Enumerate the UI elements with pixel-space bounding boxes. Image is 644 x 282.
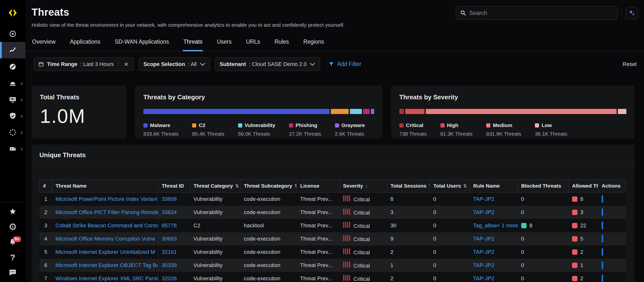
filter-bar: Time Range: Last 3 Hours Scope Selection… (26, 52, 644, 71)
bar-segment-malware[interactable] (144, 109, 330, 114)
actions-grid-icon[interactable] (602, 248, 603, 256)
legend-swatch (192, 123, 196, 127)
cell-rule-name: TAP-JP2 (470, 259, 518, 272)
actions-grid-icon[interactable] (602, 261, 603, 269)
col-header-total-users[interactable]: Total Users⇅ (430, 180, 470, 193)
col-header-threat-name[interactable]: Threat Name (52, 180, 158, 193)
bar-segment-medium[interactable] (426, 109, 616, 114)
threat-id-link[interactable]: 32161 (162, 249, 177, 255)
time-range-filter-chip[interactable]: Time Range: Last 3 Hours (34, 57, 134, 71)
threat-id-link[interactable]: 30339 (162, 262, 177, 268)
tab-threats[interactable]: Threats (183, 35, 203, 51)
sidebar-item-command-center[interactable] (0, 26, 26, 42)
rule-name-link[interactable]: Tag_allow (473, 222, 497, 229)
actions-grid-icon[interactable] (602, 222, 603, 229)
sidebar-item-favorites[interactable] (0, 204, 26, 219)
app-logo[interactable] (0, 0, 26, 26)
sort-icon[interactable]: ⇅ (429, 183, 430, 189)
sidebar-item-security[interactable]: › (0, 108, 26, 124)
sidebar-item-notifications[interactable]: 9+ (0, 234, 26, 250)
sidebar-item-incidents[interactable]: › (0, 75, 26, 91)
cell-severity: Critical (340, 259, 387, 272)
rule-name-link[interactable]: TAP-JP2 (473, 262, 494, 268)
threat-name-link[interactable]: Windows Internet Explorer XML SRC Parsin (56, 275, 158, 281)
sidebar-item-insights[interactable] (0, 42, 26, 58)
bar-segment-grayware[interactable] (371, 109, 374, 114)
add-filter-button[interactable]: Add Filter (328, 61, 361, 67)
sidebar-item-help[interactable]: ? (0, 250, 26, 265)
bar-segment-low[interactable] (618, 109, 626, 114)
legend-swatch (144, 123, 148, 127)
search-box[interactable] (456, 6, 618, 20)
sidebar-item-dashboards[interactable] (0, 58, 26, 75)
sidebar-item-objects[interactable]: › (0, 124, 26, 140)
rule-name-link[interactable]: TAP-JP2 (473, 196, 494, 202)
tab-users[interactable]: Users (216, 35, 232, 51)
threat-id-link[interactable]: 32026 (162, 275, 177, 281)
threat-id-link[interactable]: 33624 (162, 209, 177, 215)
allowed-threat-badge (572, 223, 578, 228)
sidebar-item-settings[interactable]: ⚙ (0, 219, 26, 234)
tab-sdwan-applications[interactable]: SD-WAN Applications (114, 35, 170, 51)
tab-overview[interactable]: Overview (32, 35, 56, 51)
add-filter-label: Add Filter (337, 61, 361, 67)
ai-assistant-button[interactable] (626, 7, 638, 19)
bar-segment-c2[interactable] (331, 109, 349, 114)
sidebar-item-manage[interactable]: › (0, 140, 26, 157)
bar-segment-critical[interactable] (399, 109, 404, 114)
filter-value: : Last 3 Hours (80, 61, 114, 67)
sidebar-item-feedback[interactable] (0, 265, 26, 280)
tab-regions[interactable]: Regions (303, 35, 324, 51)
col-header-severity[interactable]: Severity↓ (340, 180, 387, 193)
col-header-license[interactable]: License (297, 180, 340, 193)
subtenant-filter-chip[interactable]: Subtenant: Cloud SASE Demo 2.0 (215, 57, 320, 71)
remove-time-range-filter-button[interactable] (121, 62, 129, 67)
threat-id-link[interactable]: 33608 (162, 196, 177, 202)
cell-total-users: 0 (430, 193, 470, 206)
tab-applications[interactable]: Applications (70, 35, 101, 51)
col-header-total-sessions[interactable]: Total Sessions⇅ (387, 180, 430, 193)
rule-more-link[interactable]: + 1 more (497, 222, 518, 229)
sidebar-item-workflows[interactable]: › (0, 91, 26, 108)
col-header-allowed-threats[interactable]: Allowed Th (569, 180, 598, 193)
cell-allowed-threats: 2 (569, 245, 598, 259)
actions-grid-icon[interactable] (602, 208, 603, 216)
reset-filters-button[interactable]: Reset (623, 61, 637, 67)
bar-segment-high[interactable] (405, 109, 424, 114)
threat-name-link[interactable]: Microsoft PowerPoint Picture Index Varia… (56, 196, 158, 202)
actions-grid-icon[interactable] (602, 275, 603, 282)
bar-segment-phishing[interactable] (363, 109, 370, 114)
col-header-threat-category[interactable]: Threat Category⇅ (190, 180, 240, 193)
threat-name-link[interactable]: Cobalt Strike Beacon Command and Control (56, 222, 158, 229)
sort-icon[interactable]: ⇅ (235, 183, 239, 189)
rule-name-link[interactable]: TAP-JP2 (473, 275, 494, 281)
actions-grid-icon[interactable] (602, 235, 603, 242)
search-input[interactable] (469, 10, 614, 17)
threat-name-link[interactable]: Microsoft Office Memory Corruption Vulne (56, 236, 155, 242)
table-row: 1 Microsoft PowerPoint Picture Index Var… (40, 193, 626, 206)
filter-value: : Cloud SASE Demo 2.0 (249, 61, 306, 67)
scope-selection-filter-chip[interactable]: Scope Selection: All (139, 57, 210, 71)
rule-name-link[interactable]: TAP-JP2 (473, 249, 494, 255)
threat-name-link[interactable]: Microsoft Internet Explorer Uninitialize… (56, 249, 155, 255)
threat-id-link[interactable]: 30663 (162, 236, 177, 242)
col-header-blocked-threats[interactable]: Blocked Threats (518, 180, 569, 193)
sort-desc-icon[interactable]: ↓ (365, 183, 368, 189)
threat-name-link[interactable]: Microsoft Office PICT Filter Parsing Rem… (56, 209, 158, 215)
col-header-rule-name[interactable]: Rule Name (470, 180, 518, 193)
bar-segment-vulnerability[interactable] (350, 109, 362, 114)
col-header-threat-id[interactable]: Threat ID (158, 180, 190, 193)
cell-actions (598, 219, 626, 232)
actions-grid-icon[interactable] (602, 195, 603, 203)
threat-id-link[interactable]: 85778 (162, 222, 177, 229)
rule-name-link[interactable]: TAP-JP2 (473, 209, 494, 215)
sort-icon[interactable]: ⇅ (463, 183, 467, 189)
sort-icon[interactable]: ⇅ (294, 183, 296, 189)
col-header-actions[interactable]: Actions (598, 180, 626, 193)
rule-name-link[interactable]: TAP-JP2 (473, 236, 494, 242)
threat-name-link[interactable]: Microsoft Internet Explorer OBJECT Tag B… (56, 262, 158, 268)
col-header-threat-subcategory[interactable]: Threat Subcategory⇅ (240, 180, 297, 193)
col-header-index[interactable]: # (40, 180, 52, 193)
tab-rules[interactable]: Rules (274, 35, 290, 51)
tab-urls[interactable]: URLs (246, 35, 261, 51)
